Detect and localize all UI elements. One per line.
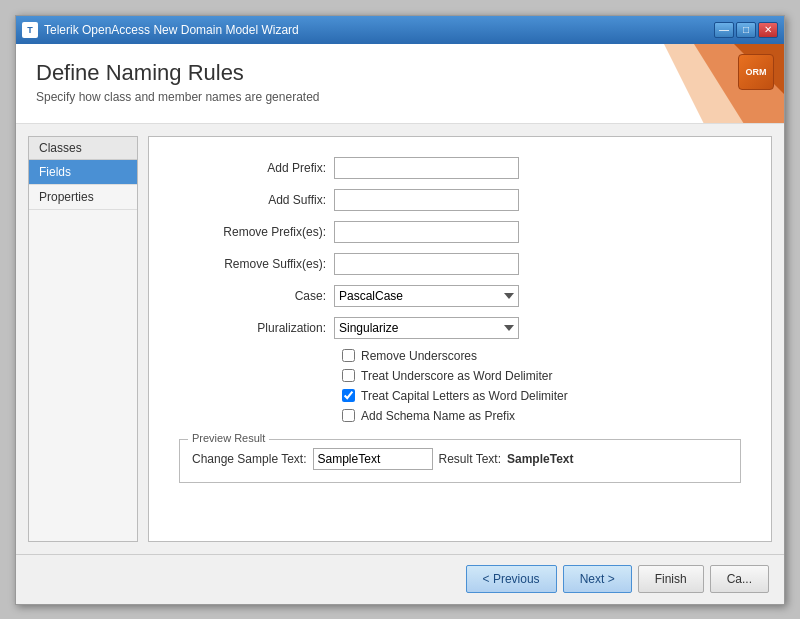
- preview-section: Preview Result Change Sample Text: Resul…: [179, 439, 741, 483]
- remove-prefix-label: Remove Prefix(es):: [179, 225, 334, 239]
- case-select[interactable]: PascalCase camelCase None: [334, 285, 519, 307]
- title-bar: T Telerik OpenAccess New Domain Model Wi…: [16, 16, 784, 44]
- underscore-word-delimiter-label: Treat Underscore as Word Delimiter: [361, 369, 552, 383]
- sidebar-header: Classes: [29, 137, 137, 160]
- remove-suffix-input[interactable]: [334, 253, 519, 275]
- pluralization-row: Pluralization: Singularize Pluralize Non…: [179, 317, 741, 339]
- add-suffix-input[interactable]: [334, 189, 519, 211]
- pluralization-label: Pluralization:: [179, 321, 334, 335]
- checkbox-underscore-word-delimiter-row: Treat Underscore as Word Delimiter: [179, 369, 741, 383]
- previous-button[interactable]: < Previous: [466, 565, 557, 593]
- header-text: Define Naming Rules Specify how class an…: [36, 60, 319, 104]
- result-text-label: Result Text:: [439, 452, 501, 466]
- add-schema-name-checkbox[interactable]: [342, 409, 355, 422]
- preview-row: Change Sample Text: Result Text: SampleT…: [192, 448, 728, 470]
- add-suffix-row: Add Suffix:: [179, 189, 741, 211]
- sidebar: Classes Fields Properties: [28, 136, 138, 542]
- capital-letters-word-delimiter-label: Treat Capital Letters as Word Delimiter: [361, 389, 568, 403]
- case-row: Case: PascalCase camelCase None: [179, 285, 741, 307]
- close-button[interactable]: ✕: [758, 22, 778, 38]
- add-prefix-label: Add Prefix:: [179, 161, 334, 175]
- header-area: Define Naming Rules Specify how class an…: [16, 44, 784, 124]
- remove-prefix-row: Remove Prefix(es):: [179, 221, 741, 243]
- maximize-button[interactable]: □: [736, 22, 756, 38]
- pluralization-select[interactable]: Singularize Pluralize None: [334, 317, 519, 339]
- sidebar-item-properties[interactable]: Properties: [29, 185, 137, 210]
- main-window: T Telerik OpenAccess New Domain Model Wi…: [15, 15, 785, 605]
- result-text-value: SampleText: [507, 452, 573, 466]
- window-title: Telerik OpenAccess New Domain Model Wiza…: [44, 23, 299, 37]
- window-controls: — □ ✕: [714, 22, 778, 38]
- add-prefix-row: Add Prefix:: [179, 157, 741, 179]
- header-graphic: ORM: [584, 44, 784, 124]
- checkbox-add-schema-name-row: Add Schema Name as Prefix: [179, 409, 741, 423]
- title-bar-left: T Telerik OpenAccess New Domain Model Wi…: [22, 22, 299, 38]
- sample-text-input[interactable]: [313, 448, 433, 470]
- page-subtitle: Specify how class and member names are g…: [36, 90, 319, 104]
- remove-suffix-row: Remove Suffix(es):: [179, 253, 741, 275]
- next-button[interactable]: Next >: [563, 565, 632, 593]
- cancel-button[interactable]: Ca...: [710, 565, 769, 593]
- sidebar-item-fields[interactable]: Fields: [29, 160, 137, 185]
- change-sample-label: Change Sample Text:: [192, 452, 307, 466]
- content-area: Classes Fields Properties Add Prefix: Ad…: [16, 124, 784, 554]
- checkbox-remove-underscores-row: Remove Underscores: [179, 349, 741, 363]
- add-suffix-label: Add Suffix:: [179, 193, 334, 207]
- case-label: Case:: [179, 289, 334, 303]
- app-icon: T: [22, 22, 38, 38]
- add-prefix-input[interactable]: [334, 157, 519, 179]
- preview-section-title: Preview Result: [188, 432, 269, 444]
- orm-badge: ORM: [738, 54, 774, 90]
- add-schema-name-label: Add Schema Name as Prefix: [361, 409, 515, 423]
- underscore-word-delimiter-checkbox[interactable]: [342, 369, 355, 382]
- checkbox-capital-letters-word-delimiter-row: Treat Capital Letters as Word Delimiter: [179, 389, 741, 403]
- remove-underscores-checkbox[interactable]: [342, 349, 355, 362]
- main-panel: Add Prefix: Add Suffix: Remove Prefix(es…: [148, 136, 772, 542]
- remove-underscores-label: Remove Underscores: [361, 349, 477, 363]
- footer: < Previous Next > Finish Ca...: [16, 554, 784, 604]
- page-title: Define Naming Rules: [36, 60, 319, 86]
- remove-suffix-label: Remove Suffix(es):: [179, 257, 334, 271]
- minimize-button[interactable]: —: [714, 22, 734, 38]
- capital-letters-word-delimiter-checkbox[interactable]: [342, 389, 355, 402]
- remove-prefix-input[interactable]: [334, 221, 519, 243]
- finish-button[interactable]: Finish: [638, 565, 704, 593]
